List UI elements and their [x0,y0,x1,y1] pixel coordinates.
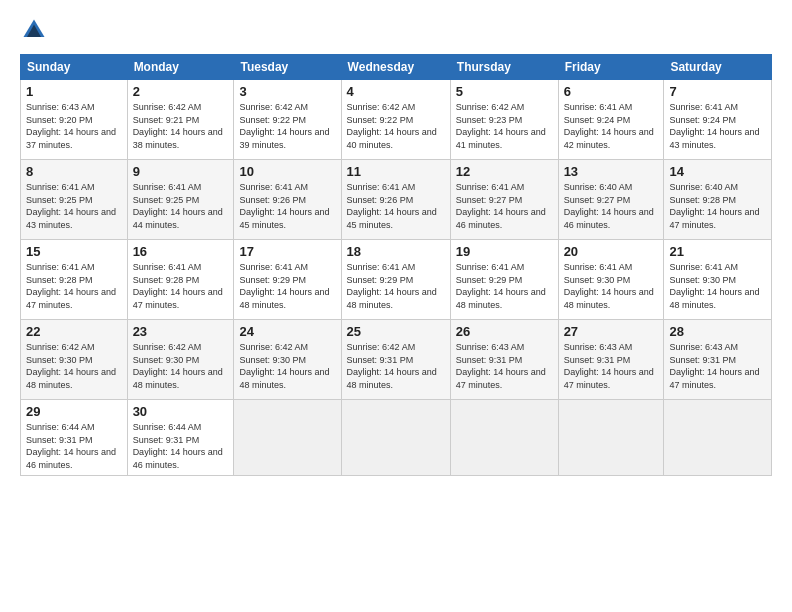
weekday-header-tuesday: Tuesday [234,55,341,80]
day-number: 5 [456,84,553,99]
day-info: Sunrise: 6:41 AMSunset: 9:26 PMDaylight:… [239,181,335,231]
calendar-cell: 13Sunrise: 6:40 AMSunset: 9:27 PMDayligh… [558,160,664,240]
day-number: 12 [456,164,553,179]
logo [20,16,52,44]
day-number: 19 [456,244,553,259]
logo-icon [20,16,48,44]
day-info: Sunrise: 6:41 AMSunset: 9:30 PMDaylight:… [669,261,766,311]
day-number: 2 [133,84,229,99]
calendar-cell: 29Sunrise: 6:44 AMSunset: 9:31 PMDayligh… [21,400,128,476]
day-info: Sunrise: 6:40 AMSunset: 9:28 PMDaylight:… [669,181,766,231]
calendar-cell: 26Sunrise: 6:43 AMSunset: 9:31 PMDayligh… [450,320,558,400]
week-row-4: 22Sunrise: 6:42 AMSunset: 9:30 PMDayligh… [21,320,772,400]
day-number: 30 [133,404,229,419]
calendar-cell: 12Sunrise: 6:41 AMSunset: 9:27 PMDayligh… [450,160,558,240]
day-number: 24 [239,324,335,339]
calendar-cell: 14Sunrise: 6:40 AMSunset: 9:28 PMDayligh… [664,160,772,240]
day-info: Sunrise: 6:42 AMSunset: 9:21 PMDaylight:… [133,101,229,151]
day-number: 10 [239,164,335,179]
day-number: 26 [456,324,553,339]
calendar-cell: 22Sunrise: 6:42 AMSunset: 9:30 PMDayligh… [21,320,128,400]
day-info: Sunrise: 6:42 AMSunset: 9:23 PMDaylight:… [456,101,553,151]
day-number: 7 [669,84,766,99]
day-number: 14 [669,164,766,179]
day-info: Sunrise: 6:41 AMSunset: 9:25 PMDaylight:… [133,181,229,231]
day-number: 4 [347,84,445,99]
day-info: Sunrise: 6:40 AMSunset: 9:27 PMDaylight:… [564,181,659,231]
day-info: Sunrise: 6:41 AMSunset: 9:30 PMDaylight:… [564,261,659,311]
calendar-cell: 5Sunrise: 6:42 AMSunset: 9:23 PMDaylight… [450,80,558,160]
page: SundayMondayTuesdayWednesdayThursdayFrid… [0,0,792,612]
weekday-header-monday: Monday [127,55,234,80]
calendar-cell: 16Sunrise: 6:41 AMSunset: 9:28 PMDayligh… [127,240,234,320]
day-number: 6 [564,84,659,99]
day-info: Sunrise: 6:41 AMSunset: 9:25 PMDaylight:… [26,181,122,231]
day-number: 1 [26,84,122,99]
day-info: Sunrise: 6:41 AMSunset: 9:24 PMDaylight:… [669,101,766,151]
day-number: 15 [26,244,122,259]
calendar-cell: 8Sunrise: 6:41 AMSunset: 9:25 PMDaylight… [21,160,128,240]
calendar-cell [450,400,558,476]
week-row-3: 15Sunrise: 6:41 AMSunset: 9:28 PMDayligh… [21,240,772,320]
calendar-cell: 28Sunrise: 6:43 AMSunset: 9:31 PMDayligh… [664,320,772,400]
calendar-cell: 4Sunrise: 6:42 AMSunset: 9:22 PMDaylight… [341,80,450,160]
day-info: Sunrise: 6:44 AMSunset: 9:31 PMDaylight:… [133,421,229,471]
day-number: 20 [564,244,659,259]
calendar-cell: 20Sunrise: 6:41 AMSunset: 9:30 PMDayligh… [558,240,664,320]
weekday-header-saturday: Saturday [664,55,772,80]
calendar-cell: 7Sunrise: 6:41 AMSunset: 9:24 PMDaylight… [664,80,772,160]
day-info: Sunrise: 6:42 AMSunset: 9:22 PMDaylight:… [347,101,445,151]
header [20,16,772,44]
calendar-cell: 21Sunrise: 6:41 AMSunset: 9:30 PMDayligh… [664,240,772,320]
day-number: 18 [347,244,445,259]
weekday-header-friday: Friday [558,55,664,80]
calendar-cell: 6Sunrise: 6:41 AMSunset: 9:24 PMDaylight… [558,80,664,160]
calendar-cell: 15Sunrise: 6:41 AMSunset: 9:28 PMDayligh… [21,240,128,320]
calendar-cell: 3Sunrise: 6:42 AMSunset: 9:22 PMDaylight… [234,80,341,160]
day-info: Sunrise: 6:43 AMSunset: 9:20 PMDaylight:… [26,101,122,151]
day-number: 23 [133,324,229,339]
day-number: 8 [26,164,122,179]
day-info: Sunrise: 6:41 AMSunset: 9:28 PMDaylight:… [133,261,229,311]
calendar-cell: 10Sunrise: 6:41 AMSunset: 9:26 PMDayligh… [234,160,341,240]
calendar: SundayMondayTuesdayWednesdayThursdayFrid… [20,54,772,476]
day-info: Sunrise: 6:41 AMSunset: 9:29 PMDaylight:… [239,261,335,311]
day-info: Sunrise: 6:41 AMSunset: 9:29 PMDaylight:… [347,261,445,311]
day-info: Sunrise: 6:41 AMSunset: 9:26 PMDaylight:… [347,181,445,231]
day-number: 11 [347,164,445,179]
weekday-header-wednesday: Wednesday [341,55,450,80]
calendar-cell: 18Sunrise: 6:41 AMSunset: 9:29 PMDayligh… [341,240,450,320]
day-info: Sunrise: 6:43 AMSunset: 9:31 PMDaylight:… [456,341,553,391]
calendar-cell: 23Sunrise: 6:42 AMSunset: 9:30 PMDayligh… [127,320,234,400]
calendar-cell: 19Sunrise: 6:41 AMSunset: 9:29 PMDayligh… [450,240,558,320]
calendar-cell: 11Sunrise: 6:41 AMSunset: 9:26 PMDayligh… [341,160,450,240]
day-number: 25 [347,324,445,339]
day-info: Sunrise: 6:41 AMSunset: 9:28 PMDaylight:… [26,261,122,311]
weekday-header-sunday: Sunday [21,55,128,80]
day-number: 29 [26,404,122,419]
day-info: Sunrise: 6:42 AMSunset: 9:30 PMDaylight:… [133,341,229,391]
day-info: Sunrise: 6:42 AMSunset: 9:22 PMDaylight:… [239,101,335,151]
calendar-cell: 25Sunrise: 6:42 AMSunset: 9:31 PMDayligh… [341,320,450,400]
calendar-cell [341,400,450,476]
day-info: Sunrise: 6:41 AMSunset: 9:27 PMDaylight:… [456,181,553,231]
calendar-cell [664,400,772,476]
day-number: 21 [669,244,766,259]
day-info: Sunrise: 6:42 AMSunset: 9:30 PMDaylight:… [239,341,335,391]
day-number: 3 [239,84,335,99]
day-info: Sunrise: 6:41 AMSunset: 9:29 PMDaylight:… [456,261,553,311]
day-info: Sunrise: 6:44 AMSunset: 9:31 PMDaylight:… [26,421,122,471]
calendar-cell: 1Sunrise: 6:43 AMSunset: 9:20 PMDaylight… [21,80,128,160]
weekday-header-row: SundayMondayTuesdayWednesdayThursdayFrid… [21,55,772,80]
day-number: 9 [133,164,229,179]
calendar-cell [234,400,341,476]
week-row-5: 29Sunrise: 6:44 AMSunset: 9:31 PMDayligh… [21,400,772,476]
day-number: 28 [669,324,766,339]
day-number: 16 [133,244,229,259]
day-number: 13 [564,164,659,179]
day-info: Sunrise: 6:43 AMSunset: 9:31 PMDaylight:… [669,341,766,391]
day-info: Sunrise: 6:41 AMSunset: 9:24 PMDaylight:… [564,101,659,151]
calendar-cell: 9Sunrise: 6:41 AMSunset: 9:25 PMDaylight… [127,160,234,240]
day-number: 17 [239,244,335,259]
day-info: Sunrise: 6:42 AMSunset: 9:31 PMDaylight:… [347,341,445,391]
